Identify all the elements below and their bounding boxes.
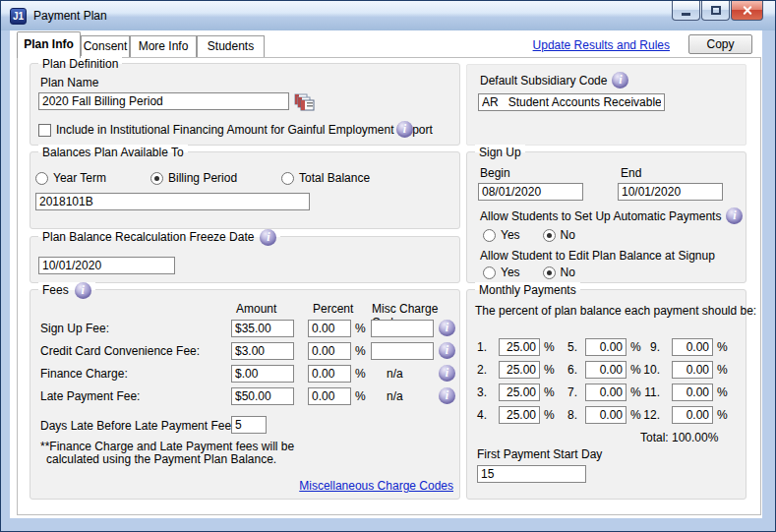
signup-end-input[interactable] — [618, 183, 723, 201]
copy-button[interactable]: Copy — [688, 34, 752, 54]
payment-plan-window: J1 Payment Plan Update Results and Rules… — [0, 0, 776, 532]
info-icon[interactable]: i — [75, 282, 91, 299]
tab-plan-info[interactable]: Plan Info — [17, 31, 81, 58]
radio-auto-payments-yes[interactable] — [483, 229, 496, 242]
payment-2-number: 2. — [467, 363, 487, 377]
sign-up-fee-amount-input[interactable] — [231, 320, 294, 337]
credit-card-fee-label: Credit Card Convenience Fee: — [40, 344, 200, 358]
payment-2-input[interactable] — [499, 361, 540, 379]
no-label: No — [561, 228, 575, 242]
radio-auto-payments-no[interactable] — [543, 229, 556, 242]
payment-3-input[interactable] — [499, 384, 540, 401]
late-payment-fee-misc-na: n/a — [387, 389, 403, 403]
percent-sign: % — [717, 340, 728, 354]
miscellaneous-charge-codes-link[interactable]: Miscellaneous Charge Codes — [299, 479, 453, 493]
payment-5-input[interactable] — [585, 338, 627, 356]
first-payment-start-day-label: First Payment Start Day — [477, 447, 602, 461]
balances-group: Balances Plan Available To Year Term Bil… — [30, 151, 460, 229]
finance-charge-amount-input[interactable] — [231, 365, 294, 383]
payment-12-input[interactable] — [672, 406, 713, 424]
credit-card-fee-misc-input[interactable] — [371, 342, 434, 360]
window-title: Payment Plan — [33, 9, 107, 23]
credit-card-fee-amount-input[interactable] — [231, 342, 294, 360]
payment-8-number: 8. — [554, 408, 577, 422]
plan-info-tab-page: Plan Definition Plan Name Include in Ins… — [17, 57, 761, 515]
payment-11-input[interactable] — [672, 384, 713, 401]
close-button[interactable] — [731, 1, 763, 21]
sign-up-fee-percent-input[interactable] — [308, 320, 351, 337]
radio-edit-balance-no[interactable] — [543, 266, 556, 279]
end-label: End — [621, 166, 641, 180]
payment-9-input[interactable] — [672, 338, 713, 356]
info-icon[interactable]: i — [726, 207, 743, 224]
yes-label: Yes — [501, 266, 520, 279]
window-titlebar[interactable]: J1 Payment Plan — [1, 1, 775, 30]
auto-payments-label: Allow Students to Set Up Automatic Payme… — [480, 209, 721, 223]
radio-total-balance[interactable] — [281, 172, 294, 185]
balances-title: Balances Plan Available To — [38, 145, 188, 160]
freeze-date-input[interactable] — [38, 257, 175, 274]
percent-sign: % — [355, 389, 366, 403]
app-icon: J1 — [10, 8, 27, 25]
radio-edit-balance-yes[interactable] — [483, 266, 496, 279]
close-icon — [742, 5, 752, 16]
info-icon[interactable]: i — [612, 72, 628, 89]
amount-column-header: Amount — [236, 302, 276, 316]
payment-6-input[interactable] — [585, 361, 627, 379]
sign-up-group: Sign Up Begin End Allow Students to Set … — [466, 151, 746, 283]
credit-card-fee-percent-input[interactable] — [308, 342, 351, 360]
freeze-date-group: Plan Balance Recalculation Freeze Date i — [30, 236, 460, 283]
payment-4-number: 4. — [467, 408, 487, 422]
minimize-icon — [682, 13, 690, 16]
radio-billing-period[interactable] — [150, 172, 163, 185]
edit-balance-label: Allow Student to Edit Plan Balance at Si… — [480, 249, 715, 263]
tab-students[interactable]: Students — [197, 35, 265, 58]
payment-3-number: 3. — [467, 385, 487, 399]
late-payment-fee-amount-input[interactable] — [231, 387, 294, 405]
payment-1-input[interactable] — [499, 338, 540, 356]
plan-definition-group: Plan Definition Plan Name Include in Ins… — [30, 63, 460, 146]
maximize-button[interactable] — [701, 1, 730, 21]
percent-sign: % — [355, 344, 366, 358]
plan-definition-title: Plan Definition — [38, 56, 122, 72]
percent-sign: % — [717, 363, 728, 377]
info-icon[interactable]: i — [439, 320, 455, 336]
payment-8-input[interactable] — [585, 406, 627, 424]
tab-consent[interactable]: Consent — [81, 35, 130, 58]
yes-label: Yes — [501, 228, 520, 242]
payment-7-input[interactable] — [585, 384, 627, 401]
monthly-payments-description: The percent of plan balance each payment… — [475, 304, 756, 318]
payment-4-input[interactable] — [499, 406, 540, 424]
finance-charge-percent-input[interactable] — [308, 365, 351, 383]
first-payment-start-day-input[interactable] — [477, 465, 586, 483]
radio-year-term[interactable] — [35, 172, 48, 185]
sign-up-fee-label: Sign Up Fee: — [40, 322, 109, 335]
percent-sign: % — [717, 385, 728, 399]
signup-begin-input[interactable] — [478, 183, 583, 201]
info-icon[interactable]: i — [260, 229, 276, 246]
tab-more-info[interactable]: More Info — [130, 35, 197, 58]
year-term-label: Year Term — [53, 171, 106, 185]
info-icon[interactable]: i — [396, 121, 413, 138]
payment-12-number: 12. — [632, 408, 660, 422]
balances-value-input[interactable] — [35, 193, 310, 210]
info-icon[interactable]: i — [439, 365, 455, 382]
billing-period-label: Billing Period — [168, 171, 237, 185]
days-late-input[interactable] — [231, 416, 267, 434]
no-label: No — [561, 266, 575, 279]
info-icon[interactable]: i — [439, 387, 455, 404]
payment-10-input[interactable] — [672, 361, 713, 379]
plan-name-input[interactable] — [38, 92, 289, 110]
percent-sign: % — [355, 322, 366, 335]
default-subsidiary-panel: Default Subsidiary Code i — [466, 64, 746, 146]
stacked-cards-icon[interactable] — [294, 93, 315, 114]
late-payment-fee-percent-input[interactable] — [308, 387, 351, 405]
default-subsidiary-input[interactable] — [478, 93, 665, 111]
default-subsidiary-label: Default Subsidiary Code — [480, 74, 607, 88]
update-results-and-rules-link[interactable]: Update Results and Rules — [533, 38, 670, 52]
sign-up-fee-misc-input[interactable] — [371, 320, 434, 337]
gainful-employment-checkbox[interactable] — [38, 124, 51, 137]
minimize-button[interactable] — [672, 1, 700, 21]
info-icon[interactable]: i — [439, 342, 455, 359]
freeze-date-title: Plan Balance Recalculation Freeze Date — [42, 229, 254, 245]
